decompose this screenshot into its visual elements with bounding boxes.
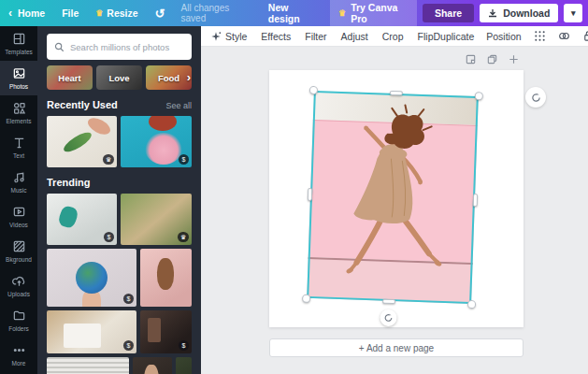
autosave-status: All changes saved	[174, 3, 261, 23]
adjust-button[interactable]: Adjust	[341, 31, 368, 42]
duplicate-page-icon[interactable]	[486, 53, 498, 65]
sidebar-item-label: Videos	[9, 222, 28, 228]
sidebar-item-label: Text	[13, 152, 24, 159]
category-chip-heart[interactable]: Heart	[47, 65, 93, 90]
crown-icon: ♛	[95, 8, 103, 18]
top-bar: ‹ Home File ♛ Resize ↺ All changes saved…	[0, 0, 588, 26]
videos-icon	[12, 205, 26, 219]
paid-badge: $	[123, 340, 134, 351]
sidebar-item-uploads[interactable]: Uploads	[0, 268, 37, 303]
background-icon	[12, 239, 26, 253]
sidebar-item-templates[interactable]: Templates	[0, 26, 37, 61]
selection-border	[307, 91, 479, 304]
trending-title: Trending	[47, 177, 90, 188]
share-button[interactable]: Share	[423, 4, 474, 22]
new-design-button[interactable]: New design	[261, 2, 324, 24]
crop-button[interactable]: Crop	[382, 31, 404, 42]
photo-thumb-fern-in-hand[interactable]: ♛	[47, 116, 117, 167]
photos-panel: Heart Love Food › Recently Used See all …	[37, 26, 201, 374]
resize-handle-top-right[interactable]	[475, 92, 483, 100]
photo-thumb-garden-dinner[interactable]: ♛	[121, 194, 192, 245]
photo-thumb-white-shutters[interactable]	[47, 357, 129, 374]
download-label: Download	[503, 7, 550, 19]
resize-handle-left[interactable]	[308, 188, 312, 201]
category-chip-love[interactable]: Love	[96, 65, 142, 90]
photo-search-box[interactable]	[47, 34, 192, 60]
see-all-link[interactable]: See all	[165, 101, 192, 110]
add-page-icon[interactable]	[508, 53, 520, 65]
lock-icon[interactable]	[582, 30, 588, 42]
photo-thumb-chef-portrait[interactable]	[133, 357, 172, 374]
more-icon	[12, 343, 26, 357]
redo-history-button[interactable]	[525, 87, 546, 108]
flip-button[interactable]: Flip	[418, 31, 434, 42]
sidebar-item-folders[interactable]: Folders	[0, 303, 37, 338]
category-label: Heart	[58, 73, 80, 83]
sidebar-item-label: Photos	[9, 83, 28, 90]
photo-categories: Heart Love Food ›	[47, 65, 192, 90]
photo-thumb-dark-plants[interactable]	[176, 357, 192, 374]
resize-label: Resize	[107, 7, 137, 19]
photo-thumb-girl-pink-wall[interactable]	[140, 249, 192, 307]
back-chevron-icon: ‹	[8, 7, 12, 20]
sidebar-item-label: Uploads	[7, 291, 30, 297]
photo-thumb-hands-globe[interactable]: $	[47, 249, 136, 307]
file-menu[interactable]: File	[53, 0, 87, 26]
notes-icon[interactable]	[465, 53, 477, 65]
sidebar-item-music[interactable]: Music	[0, 165, 37, 199]
add-new-page-button[interactable]: + Add a new page	[269, 338, 523, 357]
folders-icon	[12, 309, 26, 323]
design-canvas[interactable]: + Add a new page	[201, 47, 588, 374]
search-input[interactable]	[70, 42, 184, 52]
sidebar-item-elements[interactable]: Elements	[0, 95, 37, 130]
file-label: File	[62, 7, 79, 19]
sidebar-item-more[interactable]: More	[0, 338, 37, 372]
sidebar-item-label: Bkground	[6, 256, 32, 263]
sidebar-item-videos[interactable]: Videos	[0, 199, 37, 234]
templates-icon	[12, 32, 26, 46]
chevron-down-icon: ▾	[571, 8, 576, 18]
resize-handle-right[interactable]	[473, 194, 478, 207]
photo-thumb-home-workout[interactable]: $	[47, 194, 117, 245]
try-canva-pro-button[interactable]: ♛ Try Canva Pro	[330, 0, 417, 28]
category-chip-food[interactable]: Food	[146, 65, 192, 90]
duplicate-button[interactable]: Duplicate	[433, 31, 474, 42]
link-icon[interactable]	[558, 30, 570, 42]
download-button[interactable]: Download	[480, 4, 558, 22]
style-button[interactable]: Style	[210, 31, 247, 42]
filter-button[interactable]: Filter	[305, 31, 326, 42]
pro-badge: ♛	[178, 232, 189, 242]
sidebar-item-label: Folders	[8, 325, 29, 332]
sidebar-item-text[interactable]: Text	[0, 130, 37, 165]
style-label: Style	[225, 31, 247, 42]
rotate-icon	[383, 313, 393, 323]
photo-thumb-flowers-portrait[interactable]: $	[121, 116, 192, 167]
photo-thumb-coffee-machine[interactable]: $	[140, 310, 192, 353]
elements-icon	[12, 101, 26, 115]
effects-button[interactable]: Effects	[261, 31, 291, 42]
photo-thumb-kitchen-sink[interactable]: $	[47, 310, 136, 353]
sidebar-item-background[interactable]: Bkground	[0, 234, 37, 268]
music-icon	[12, 170, 26, 184]
crown-icon: ♛	[338, 8, 346, 18]
resize-handle-bottom-left[interactable]	[302, 295, 310, 303]
sidebar-item-photos[interactable]: Photos	[0, 61, 37, 95]
undo-button[interactable]: ↺	[147, 0, 174, 26]
selected-image[interactable]	[307, 91, 479, 304]
transparency-icon[interactable]	[534, 30, 546, 42]
sidebar-item-label: More	[12, 360, 26, 367]
resize-menu[interactable]: ♛ Resize	[87, 0, 146, 26]
categories-scroll-chevron[interactable]: ›	[187, 70, 191, 84]
search-icon	[54, 42, 65, 52]
resize-handle-bottom[interactable]	[382, 299, 395, 304]
download-options-caret[interactable]: ▾	[564, 4, 582, 22]
resize-handle-top[interactable]	[390, 91, 403, 95]
resize-handle-bottom-right[interactable]	[467, 300, 476, 309]
design-page[interactable]	[269, 70, 523, 327]
rotate-handle[interactable]	[380, 309, 397, 327]
object-panel-sidebar: Templates Photos Elements Text Music Vid…	[0, 26, 37, 374]
position-button[interactable]: Position	[486, 31, 521, 42]
category-label: Food	[158, 73, 179, 83]
rotate-icon	[531, 93, 541, 103]
home-button[interactable]: ‹ Home	[0, 0, 53, 26]
